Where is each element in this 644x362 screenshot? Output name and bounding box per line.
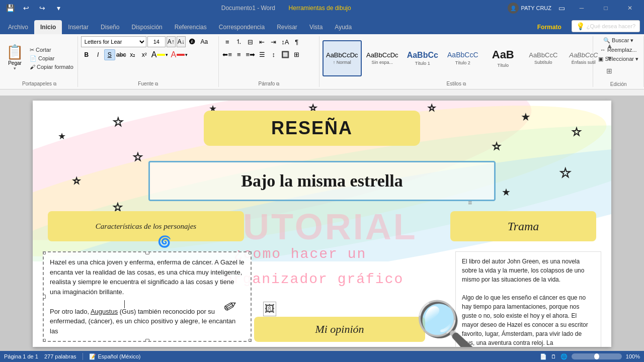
language-indicator[interactable]: 📝 Español (México) — [89, 353, 141, 360]
left-text-box[interactable]: Hazel es una chica joven y enferma, enfe… — [43, 251, 252, 342]
web-layout-button[interactable]: 🌐 — [560, 353, 568, 360]
show-hide-button[interactable]: ¶ — [291, 36, 302, 47]
tab-formato[interactable]: Formato — [531, 20, 568, 34]
right-text-content: El libro del autor John Green, es una no… — [462, 258, 588, 346]
text-highlight-button[interactable]: A ▾ — [150, 50, 170, 60]
format-painter-button[interactable]: 🖌 Copiar formato — [28, 63, 75, 71]
portapapeles-expand[interactable]: ⧉ — [53, 81, 56, 86]
text-cursor — [124, 300, 125, 308]
trama-box: Trama — [450, 211, 596, 241]
tab-diseno[interactable]: Diseño — [95, 20, 125, 34]
print-layout-button[interactable]: 🗒 — [551, 353, 556, 359]
styles-scroll-up[interactable]: ▲ — [605, 41, 614, 51]
font-size-increase-button[interactable]: A↑ — [167, 36, 176, 47]
titlebar-right: 👤 PATY CRUZ ▭ ─ □ ✕ — [508, 0, 640, 16]
multilevel-button[interactable]: ⊟ — [245, 36, 256, 47]
fuente-expand[interactable]: ⧉ — [155, 81, 158, 86]
ribbon-group-estilos: AaBbCcDc ↑ Normal AaBbCcDc Sin espa... A… — [319, 36, 594, 87]
styles-more-button[interactable]: ⊞ — [605, 66, 614, 76]
fuente-label: Fuente ⧉ — [81, 80, 215, 87]
bullets-button[interactable]: ≡ — [222, 36, 233, 47]
redo-quick-button[interactable]: ↪ — [36, 2, 48, 14]
style-heading1[interactable]: AaBbCc Título 1 — [403, 40, 442, 76]
align-center-button[interactable]: ≡ — [233, 49, 245, 60]
font-color-button[interactable]: A ▾ — [170, 50, 189, 60]
italic-button[interactable]: I — [93, 49, 104, 60]
what-to-do-input[interactable]: 💡 ¿Qué desea hacer? — [572, 20, 640, 32]
parrafo-expand[interactable]: ⧉ — [276, 81, 279, 86]
align-right-button[interactable]: ≡➡ — [245, 49, 256, 60]
font-size-decrease-button[interactable]: A↓ — [177, 36, 186, 47]
spiral-icon: 🌀 — [157, 235, 171, 248]
magnify-icon: 🔍 — [415, 298, 478, 347]
style-subtle-emphasis-label: Énfasis sutil — [572, 60, 596, 65]
style-normal[interactable]: AaBbCcDc ↑ Normal — [323, 40, 362, 76]
customize-quick-button[interactable]: ▾ — [52, 2, 64, 14]
opinion-box: Mi opinión — [254, 317, 425, 342]
increase-indent-button[interactable]: ⇥ — [268, 36, 279, 47]
bold-button[interactable]: B — [81, 49, 92, 60]
tab-archivo[interactable]: Archivo — [2, 20, 34, 34]
paste-button[interactable]: 📋 Pegar ▾ — [3, 43, 27, 73]
estilos-expand[interactable]: ⧉ — [463, 81, 466, 86]
word-count[interactable]: 277 palabras — [44, 353, 76, 359]
handle-bl — [43, 339, 46, 342]
save-quick-button[interactable]: 💾 — [4, 2, 16, 14]
copy-button[interactable]: 📄 Copiar — [28, 54, 75, 63]
zoom-level[interactable]: 100% — [626, 353, 640, 359]
doc-page: ★ ★ ★ ★ ★ ★ ⚓ ★ ★ ★ ★ ★ ★ ★ ★ ★ — [33, 101, 611, 347]
user-area[interactable]: 👤 PATY CRUZ — [508, 3, 551, 14]
shading-button[interactable]: 🔲 — [280, 49, 291, 60]
ribbon-tabs: Archivo Inicio Insertar Diseño Disposici… — [0, 16, 644, 34]
maximize-button[interactable]: □ — [596, 0, 616, 16]
decrease-indent-button[interactable]: ⇤ — [257, 36, 268, 47]
align-left-button[interactable]: ⬅≡ — [222, 49, 233, 60]
line-spacing-button[interactable]: ↕ — [268, 49, 279, 60]
tab-disposicion[interactable]: Disposición — [125, 20, 168, 34]
ribbon-display-button[interactable]: ▭ — [555, 2, 568, 14]
style-no-spacing[interactable]: AaBbCcDc Sin espa... — [363, 40, 402, 76]
superscript-button[interactable]: x² — [139, 49, 150, 60]
tab-vista[interactable]: Vista — [303, 20, 329, 34]
paste-icon: 📋 — [6, 45, 24, 59]
style-heading2[interactable]: AaBbCcC Título 2 — [443, 40, 482, 76]
zoom-slider[interactable] — [572, 353, 622, 359]
tab-referencias[interactable]: Referencias — [169, 20, 213, 34]
tab-revisar[interactable]: Revisar — [271, 20, 303, 34]
trama-label: Trama — [508, 220, 539, 233]
clear-format-button[interactable]: 🅐 — [187, 36, 198, 47]
underline-button[interactable]: S — [104, 49, 115, 60]
document-title: RESEÑA — [271, 118, 353, 139]
subscript-button[interactable]: x₂ — [127, 49, 138, 60]
ribbon-group-portapapeles: 📋 Pegar ▾ ✂ Cortar 📄 Copiar 🖌 Copiar for… — [0, 36, 78, 87]
minimize-button[interactable]: ─ — [572, 0, 592, 16]
tab-correspondencia[interactable]: Correspondencia — [213, 20, 271, 34]
page-info[interactable]: Página 1 de 1 — [4, 353, 38, 359]
style-subtitle-label: Subtítulo — [534, 60, 552, 65]
read-mode-button[interactable]: 📄 — [540, 353, 547, 360]
tab-inicio[interactable]: Inicio — [34, 20, 62, 34]
tab-ayuda[interactable]: Ayuda — [329, 20, 358, 34]
sort-button[interactable]: ↕A — [280, 36, 291, 47]
font-size-input[interactable] — [147, 36, 166, 47]
style-title[interactable]: AaB Título — [484, 40, 523, 76]
undo-quick-button[interactable]: ↩ — [20, 2, 32, 14]
tab-insertar[interactable]: Insertar — [62, 20, 95, 34]
style-subtitle[interactable]: AaBbCcC Subtítulo — [524, 40, 563, 76]
cut-button[interactable]: ✂ Cortar — [28, 46, 75, 54]
edicion-label: Edición — [596, 80, 640, 87]
copy-icon: 📄 — [30, 55, 37, 62]
close-button[interactable]: ✕ — [620, 0, 640, 16]
style-heading1-preview: AaBbCc — [407, 50, 438, 60]
font-change-button[interactable]: Aa — [199, 36, 210, 47]
doc-content: ★ ★ ★ ★ ★ ★ ⚓ ★ ★ ★ ★ ★ ★ ★ ★ ★ — [33, 101, 611, 347]
style-title-label: Título — [498, 63, 509, 68]
justify-button[interactable]: ☰ — [257, 49, 268, 60]
style-subtle-emphasis[interactable]: AaBbCcC Énfasis sutil — [564, 40, 603, 76]
ribbon-body: 📋 Pegar ▾ ✂ Cortar 📄 Copiar 🖌 Copiar for… — [0, 34, 644, 89]
font-family-select[interactable]: Letters for Lear — [81, 36, 146, 47]
styles-scroll-down[interactable]: ▼ — [605, 53, 614, 63]
numbering-button[interactable]: ⒈ — [233, 36, 245, 47]
strikethrough-button[interactable]: abc — [116, 49, 127, 60]
borders-button[interactable]: ⊞ — [291, 49, 302, 60]
